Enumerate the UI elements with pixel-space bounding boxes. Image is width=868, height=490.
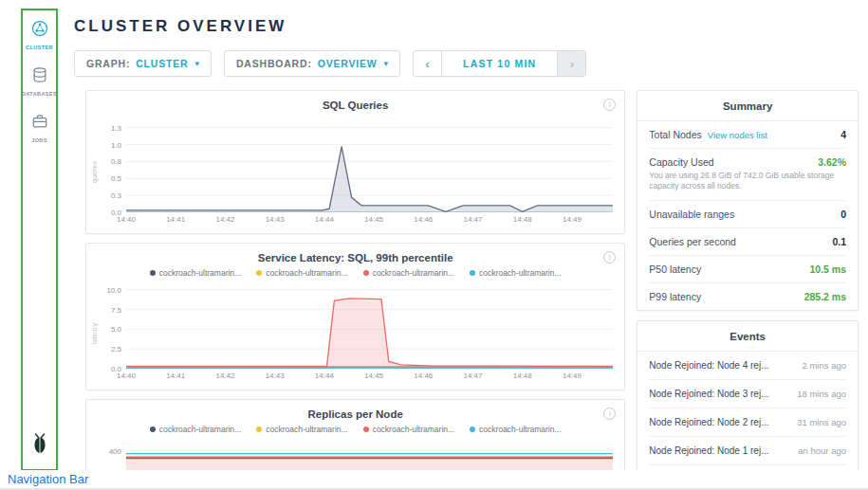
x-tick-label: 14:44 <box>315 215 334 224</box>
event-time: 2 mins ago <box>803 360 846 371</box>
legend-item[interactable]: cockroach-ultramarin... <box>150 425 241 434</box>
summary-row-value: 285.2 ms <box>804 291 846 302</box>
summary-row-label: P50 latency <box>649 263 701 275</box>
charts-column: SQL Queries i queries 0.00.30.50.81.01.3… <box>85 90 625 490</box>
legend-label: cockroach-ultramarin... <box>266 425 347 434</box>
app-window: CLUSTER DATABASES <box>0 0 868 490</box>
page-title: CLUSTER OVERVIEW <box>74 17 859 36</box>
sidebar-item-cluster[interactable]: CLUSTER <box>26 19 53 50</box>
legend-item[interactable]: cockroach-ultramarin... <box>363 268 454 278</box>
summary-row-label: P99 latency <box>649 291 701 302</box>
summary-row: Unavailable ranges 0 <box>649 201 846 228</box>
time-range-prev-button[interactable]: ‹ <box>414 51 442 76</box>
x-tick-label: 14:49 <box>563 215 582 224</box>
annotation-caption: Navigation Bar <box>0 470 868 490</box>
summary-row-value: 0.1 <box>832 236 846 247</box>
sql-queries-chart: SQL Queries i queries 0.00.30.50.81.01.3… <box>85 90 625 234</box>
cluster-icon <box>30 19 49 42</box>
y-axis: 0.02.55.07.510.0 <box>100 283 126 369</box>
summary-row-label: Capacity Used <box>649 156 713 168</box>
chart-plot <box>126 118 613 212</box>
x-tick-label: 14:45 <box>364 215 383 224</box>
summary-panel: Summary Total Nodes View nodes list 4 Ca… <box>637 90 859 311</box>
x-tick-label: 14:47 <box>464 372 483 380</box>
legend-dot-icon <box>150 270 156 276</box>
legend-item[interactable]: cockroach-ultramarin... <box>470 268 561 278</box>
y-axis: 0.00.30.50.81.01.3 <box>100 118 126 212</box>
info-icon[interactable]: i <box>603 408 616 420</box>
x-tick-label: 14:41 <box>166 215 185 224</box>
summary-row-value: 3.62% <box>818 156 846 168</box>
event-row: Node Rejoined: Node 2 rej... 31 mins ago <box>649 408 846 437</box>
legend-dot-icon <box>470 426 475 432</box>
time-range-selector: ‹ LAST 10 MIN › <box>413 50 586 77</box>
summary-row: Queries per second 0.1 <box>649 228 846 256</box>
dashboard-dropdown[interactable]: DASHBOARD: OVERVIEW ▾ <box>224 50 400 77</box>
x-tick-label: 14:49 <box>563 372 582 380</box>
legend-item[interactable]: cockroach-ultramarin... <box>256 268 347 278</box>
dashboard-dropdown-label: DASHBOARD: <box>236 58 312 69</box>
summary-row: Total Nodes View nodes list 4 <box>649 121 846 149</box>
graph-dropdown-label: GRAPH: <box>86 58 130 69</box>
time-range-next-button[interactable]: › <box>557 51 585 76</box>
y-tick-label: 0.5 <box>111 174 121 183</box>
content-area: SQL Queries i queries 0.00.30.50.81.01.3… <box>74 90 859 490</box>
event-message[interactable]: Node Rejoined: Node 1 rej... <box>649 445 790 456</box>
y-tick-label: 7.5 <box>111 305 121 314</box>
sidebar-item-jobs[interactable]: JOBS <box>30 112 49 143</box>
summary-row: Capacity Used 3.62% You are using 26.8 G… <box>649 149 846 201</box>
info-icon[interactable]: i <box>603 99 616 111</box>
sidebar-item-databases[interactable]: DATABASES <box>22 65 57 97</box>
navigation-bar: CLUSTER DATABASES <box>23 10 56 469</box>
x-tick-label: 14:48 <box>513 372 532 380</box>
y-tick-label: 1.0 <box>111 140 121 149</box>
dashboard-dropdown-value: OVERVIEW <box>318 58 378 69</box>
x-tick-label: 14:46 <box>414 215 433 224</box>
right-column: Summary Total Nodes View nodes list 4 Ca… <box>637 90 859 490</box>
sidebar-item-label: DATABASES <box>22 91 57 97</box>
summary-row: P50 latency 10.5 ms <box>649 256 846 283</box>
legend-dot-icon <box>256 426 262 432</box>
y-tick-label: 0.8 <box>111 157 121 166</box>
y-tick-label: 1.3 <box>111 123 121 132</box>
view-nodes-link[interactable]: View nodes list <box>708 130 767 140</box>
cockroachdb-logo-icon[interactable] <box>29 431 50 460</box>
event-message[interactable]: Node Rejoined: Node 3 rej... <box>649 389 789 399</box>
y-tick-label: 2.5 <box>111 345 121 354</box>
chart-title: Replicas per Node <box>107 408 603 420</box>
x-tick-label: 14:42 <box>215 215 234 224</box>
time-range-label[interactable]: LAST 10 MIN <box>442 51 557 76</box>
graph-dropdown-value: CLUSTER <box>136 58 188 69</box>
legend-item[interactable]: cockroach-ultramarin... <box>470 425 561 434</box>
summary-row-label: Unavailable ranges <box>649 209 734 220</box>
summary-row-value: 4 <box>840 129 846 140</box>
annotation-label: Navigation Bar <box>8 472 88 486</box>
legend-item[interactable]: cockroach-ultramarin... <box>150 268 241 278</box>
event-time: 18 mins ago <box>797 389 846 399</box>
event-message[interactable]: Node Rejoined: Node 2 rej... <box>649 417 789 427</box>
event-row: Node Rejoined: Node 4 rej... 2 mins ago <box>649 352 846 380</box>
summary-row-label: Queries per second <box>649 236 736 247</box>
event-message[interactable]: Node Rejoined: Node 4 rej... <box>649 360 794 371</box>
x-tick-label: 14:43 <box>266 215 285 224</box>
graph-dropdown[interactable]: GRAPH: CLUSTER ▾ <box>74 50 212 77</box>
y-tick-label: 5.0 <box>111 325 121 334</box>
y-tick-label: 10.0 <box>106 285 121 294</box>
y-tick-label: 0.3 <box>111 191 121 200</box>
x-tick-label: 14:43 <box>266 372 285 380</box>
x-tick-label: 14:40 <box>117 215 136 224</box>
legend-label: cockroach-ultramarin... <box>159 425 241 434</box>
service-latency-chart: Service Latency: SQL, 99th percentile i … <box>85 243 625 390</box>
legend-item[interactable]: cockroach-ultramarin... <box>256 425 347 434</box>
info-icon[interactable]: i <box>603 251 616 263</box>
legend-label: cockroach-ultramarin... <box>479 268 561 278</box>
legend-item[interactable]: cockroach-ultramarin... <box>363 425 454 434</box>
events-title: Events <box>637 321 858 352</box>
chart-title: SQL Queries <box>107 100 603 111</box>
x-tick-label: 14:42 <box>215 372 234 380</box>
sidebar-item-label: CLUSTER <box>26 45 53 50</box>
chart-title: Service Latency: SQL, 99th percentile <box>107 252 603 263</box>
y-axis-label: latency <box>88 283 100 384</box>
y-tick-label: 400 <box>109 447 121 456</box>
chevron-down-icon: ▾ <box>384 59 389 68</box>
